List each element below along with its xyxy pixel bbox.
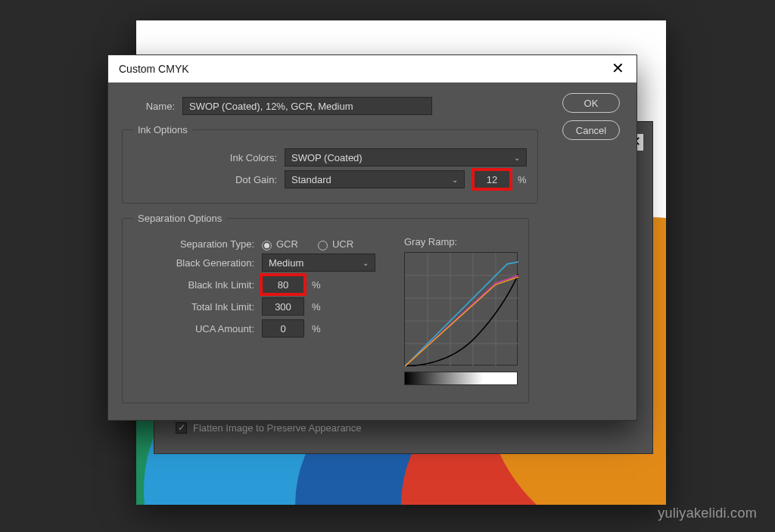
cancel-button[interactable]: Cancel <box>562 120 620 140</box>
ink-colors-value: SWOP (Coated) <box>291 152 363 163</box>
name-value: SWOP (Coated), 12%, GCR, Medium <box>189 101 353 112</box>
dot-gain-label: Dot Gain: <box>133 174 285 185</box>
chevron-down-icon: ⌄ <box>514 154 520 162</box>
separation-type-label: Separation Type: <box>133 238 262 250</box>
dot-gain-mode-value: Standard <box>291 174 331 185</box>
ok-button[interactable]: OK <box>562 93 620 113</box>
uca-amount-label: UCA Amount: <box>133 323 262 334</box>
separation-options-group: Separation Options Separation Type: GCR … <box>122 213 529 403</box>
ink-options-legend: Ink Options <box>133 124 192 135</box>
gray-ramp-gradient <box>404 372 518 385</box>
ink-colors-label: Ink Colors: <box>133 152 285 163</box>
total-ink-limit-input[interactable]: 300 <box>262 297 304 316</box>
ink-options-group: Ink Options Ink Colors: SWOP (Coated) ⌄ … <box>122 124 538 204</box>
close-icon[interactable]: ✕ <box>609 61 626 77</box>
gray-ramp-chart <box>404 252 518 366</box>
name-input[interactable]: SWOP (Coated), 12%, GCR, Medium <box>182 97 432 115</box>
uca-amount-value: 0 <box>280 323 285 334</box>
flatten-checkbox[interactable]: ✓ <box>176 422 187 434</box>
dot-gain-value-input[interactable]: 12 <box>474 170 510 188</box>
chevron-down-icon: ⌄ <box>363 259 369 267</box>
chevron-down-icon: ⌄ <box>452 176 458 184</box>
ucr-radio[interactable] <box>318 241 328 250</box>
total-ink-limit-label: Total Ink Limit: <box>133 301 262 313</box>
percent-label: % <box>312 323 321 334</box>
total-ink-limit-value: 300 <box>275 301 291 313</box>
name-label: Name: <box>122 101 182 112</box>
percent-label: % <box>312 301 321 313</box>
titlebar: Custom CMYK ✕ <box>108 55 636 82</box>
dialog-title: Custom CMYK <box>119 63 189 75</box>
watermark-corner: yuliyakelidi.com <box>658 506 757 521</box>
dot-gain-value: 12 <box>487 174 497 185</box>
custom-cmyk-dialog: Custom CMYK ✕ OK Cancel Name: SWOP (Coat… <box>107 54 637 421</box>
dot-gain-mode-select[interactable]: Standard ⌄ <box>285 170 465 188</box>
black-generation-value: Medium <box>269 257 303 269</box>
black-ink-limit-label: Black Ink Limit: <box>133 279 262 291</box>
black-ink-limit-input[interactable]: 80 <box>262 275 304 294</box>
gcr-label: GCR <box>276 238 298 250</box>
gcr-radio[interactable] <box>262 241 272 250</box>
uca-amount-input[interactable]: 0 <box>262 319 304 338</box>
black-ink-limit-value: 80 <box>278 279 288 291</box>
ucr-label: UCR <box>332 238 353 250</box>
black-generation-label: Black Generation: <box>133 257 262 269</box>
percent-label: % <box>518 174 527 185</box>
flatten-label: Flatten Image to Preserve Appearance <box>193 422 362 434</box>
ink-colors-select[interactable]: SWOP (Coated) ⌄ <box>285 148 527 166</box>
gray-ramp-label: Gray Ramp: <box>404 236 518 247</box>
separation-options-legend: Separation Options <box>133 213 226 224</box>
black-generation-select[interactable]: Medium ⌄ <box>262 254 375 272</box>
percent-label: % <box>312 279 321 291</box>
